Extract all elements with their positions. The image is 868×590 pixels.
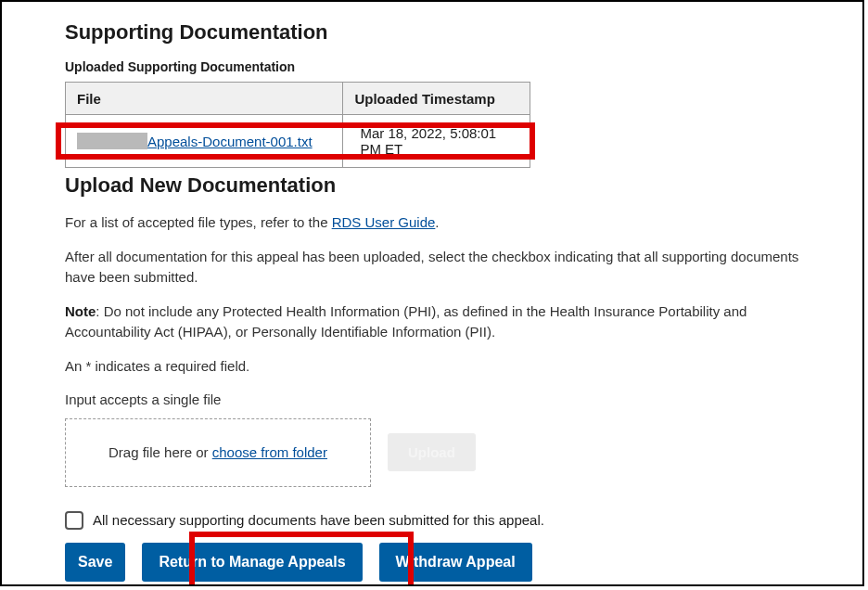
redacted-prefix	[77, 133, 147, 149]
table-row: Appeals-Document-001.txt Mar 18, 2022, 5…	[66, 115, 530, 168]
dropzone-text: Drag file here or	[108, 444, 212, 460]
save-button[interactable]: Save	[65, 543, 125, 582]
withdraw-appeal-button[interactable]: Withdraw Appeal	[379, 543, 532, 582]
uploaded-file-timestamp: Mar 18, 2022, 5:08:01 PM ET	[343, 125, 530, 157]
phi-pii-note: Note: Do not include any Protected Healt…	[65, 301, 807, 343]
accepted-file-types-text: For a list of accepted file types, refer…	[65, 212, 807, 234]
uploaded-supporting-subheading: Uploaded Supporting Documentation	[65, 59, 807, 74]
documents-submitted-checkbox[interactable]	[65, 511, 83, 530]
upload-button[interactable]: Upload	[388, 433, 476, 471]
return-to-manage-appeals-button[interactable]: Return to Manage Appeals	[142, 543, 362, 582]
rds-user-guide-link[interactable]: RDS User Guide	[332, 214, 436, 230]
uploaded-documents-table: File Uploaded Timestamp Appeals-Document…	[65, 82, 530, 168]
upload-new-documentation-heading: Upload New Documentation	[65, 173, 807, 198]
file-dropzone[interactable]: Drag file here or choose from folder	[65, 418, 371, 487]
required-field-note: An * indicates a required field.	[65, 356, 807, 378]
column-header-file: File	[66, 83, 343, 115]
instructions-after-upload: After all documentation for this appeal …	[65, 247, 807, 289]
choose-from-folder-link[interactable]: choose from folder	[212, 444, 327, 460]
single-file-input-label: Input accepts a single file	[65, 390, 807, 411]
column-header-timestamp: Uploaded Timestamp	[343, 83, 530, 115]
documents-submitted-label: All necessary supporting documents have …	[93, 512, 544, 528]
uploaded-file-link[interactable]: Appeals-Document-001.txt	[147, 134, 313, 149]
supporting-documentation-heading: Supporting Documentation	[65, 20, 807, 45]
